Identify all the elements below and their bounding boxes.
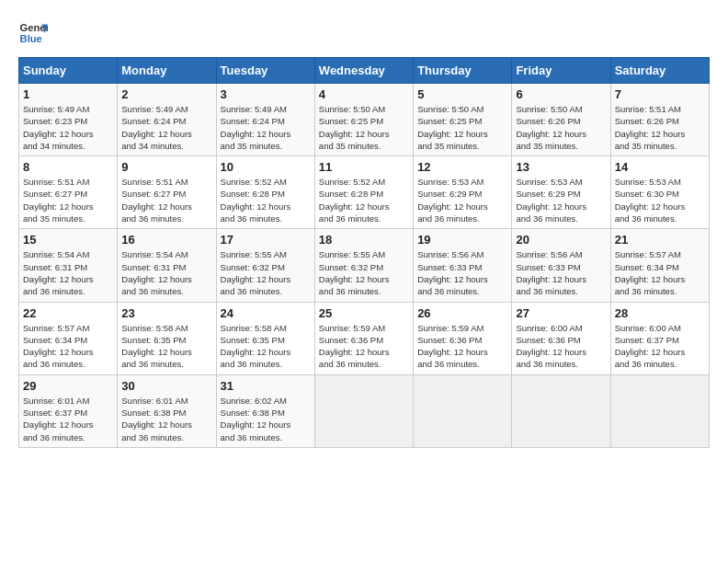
calendar-cell: 8Sunrise: 5:51 AM Sunset: 6:27 PM Daylig… [19, 156, 118, 229]
col-header-monday: Monday [118, 58, 216, 84]
day-number: 12 [417, 160, 507, 174]
day-number: 9 [121, 160, 211, 174]
calendar-cell: 3Sunrise: 5:49 AM Sunset: 6:24 PM Daylig… [216, 84, 314, 156]
day-number: 16 [121, 233, 211, 247]
calendar-cell: 6Sunrise: 5:50 AM Sunset: 6:26 PM Daylig… [512, 84, 610, 156]
calendar-cell: 1Sunrise: 5:49 AM Sunset: 6:23 PM Daylig… [19, 84, 118, 156]
col-header-thursday: Thursday [414, 58, 512, 84]
calendar-cell: 5Sunrise: 5:50 AM Sunset: 6:25 PM Daylig… [414, 84, 512, 156]
svg-text:Blue: Blue [20, 33, 42, 44]
day-info: Sunrise: 5:57 AM Sunset: 6:34 PM Dayligh… [615, 248, 705, 297]
calendar-cell: 23Sunrise: 5:58 AM Sunset: 6:35 PM Dayli… [118, 302, 216, 374]
day-info: Sunrise: 5:55 AM Sunset: 6:32 PM Dayligh… [319, 248, 409, 297]
col-header-friday: Friday [512, 58, 610, 84]
day-info: Sunrise: 6:01 AM Sunset: 6:37 PM Dayligh… [23, 395, 113, 443]
day-info: Sunrise: 6:00 AM Sunset: 6:36 PM Dayligh… [516, 322, 606, 371]
calendar-cell: 9Sunrise: 5:51 AM Sunset: 6:27 PM Daylig… [118, 156, 216, 229]
day-number: 30 [121, 379, 211, 393]
day-info: Sunrise: 5:52 AM Sunset: 6:28 PM Dayligh… [221, 176, 311, 224]
day-info: Sunrise: 5:54 AM Sunset: 6:31 PM Dayligh… [23, 248, 113, 297]
calendar-week-5: 29Sunrise: 6:01 AM Sunset: 6:37 PM Dayli… [19, 374, 710, 447]
day-number: 24 [221, 306, 311, 320]
day-number: 4 [319, 87, 409, 101]
calendar-cell: 25Sunrise: 5:59 AM Sunset: 6:36 PM Dayli… [314, 302, 413, 374]
day-info: Sunrise: 5:54 AM Sunset: 6:31 PM Dayligh… [121, 248, 211, 297]
day-info: Sunrise: 5:50 AM Sunset: 6:25 PM Dayligh… [417, 103, 507, 152]
day-number: 26 [417, 306, 507, 320]
calendar-cell [314, 374, 413, 447]
day-info: Sunrise: 5:58 AM Sunset: 6:35 PM Dayligh… [121, 322, 211, 371]
day-info: Sunrise: 5:59 AM Sunset: 6:36 PM Dayligh… [319, 322, 409, 371]
day-info: Sunrise: 5:53 AM Sunset: 6:29 PM Dayligh… [516, 176, 606, 224]
day-number: 19 [417, 233, 507, 247]
day-number: 23 [121, 306, 211, 320]
calendar-cell: 10Sunrise: 5:52 AM Sunset: 6:28 PM Dayli… [216, 156, 314, 229]
day-number: 31 [221, 379, 311, 393]
calendar-cell [414, 374, 512, 447]
day-number: 1 [23, 87, 113, 101]
day-number: 14 [615, 160, 705, 174]
day-number: 7 [615, 87, 705, 101]
day-info: Sunrise: 5:56 AM Sunset: 6:33 PM Dayligh… [417, 248, 507, 297]
calendar-week-4: 22Sunrise: 5:57 AM Sunset: 6:34 PM Dayli… [19, 302, 710, 374]
calendar-cell: 13Sunrise: 5:53 AM Sunset: 6:29 PM Dayli… [512, 156, 610, 229]
calendar-cell: 7Sunrise: 5:51 AM Sunset: 6:26 PM Daylig… [610, 84, 709, 156]
day-info: Sunrise: 6:01 AM Sunset: 6:38 PM Dayligh… [121, 395, 211, 443]
day-number: 6 [516, 87, 606, 101]
calendar-week-3: 15Sunrise: 5:54 AM Sunset: 6:31 PM Dayli… [19, 229, 710, 302]
header: General Blue [18, 18, 710, 48]
day-number: 15 [23, 233, 113, 247]
day-info: Sunrise: 5:55 AM Sunset: 6:32 PM Dayligh… [221, 248, 311, 297]
calendar-table: SundayMondayTuesdayWednesdayThursdayFrid… [18, 57, 710, 448]
day-number: 13 [516, 160, 606, 174]
day-number: 10 [221, 160, 311, 174]
calendar-week-1: 1Sunrise: 5:49 AM Sunset: 6:23 PM Daylig… [19, 84, 710, 156]
day-number: 28 [615, 306, 705, 320]
day-number: 21 [615, 233, 705, 247]
calendar-cell: 11Sunrise: 5:52 AM Sunset: 6:28 PM Dayli… [314, 156, 413, 229]
day-info: Sunrise: 5:58 AM Sunset: 6:35 PM Dayligh… [221, 322, 311, 371]
day-info: Sunrise: 5:56 AM Sunset: 6:33 PM Dayligh… [516, 248, 606, 297]
day-info: Sunrise: 5:57 AM Sunset: 6:34 PM Dayligh… [23, 322, 113, 371]
day-info: Sunrise: 5:50 AM Sunset: 6:25 PM Dayligh… [319, 103, 409, 152]
calendar-cell: 12Sunrise: 5:53 AM Sunset: 6:29 PM Dayli… [414, 156, 512, 229]
day-number: 27 [516, 306, 606, 320]
day-info: Sunrise: 5:53 AM Sunset: 6:29 PM Dayligh… [417, 176, 507, 224]
col-header-wednesday: Wednesday [314, 58, 413, 84]
day-info: Sunrise: 5:49 AM Sunset: 6:24 PM Dayligh… [121, 103, 211, 152]
calendar-cell: 4Sunrise: 5:50 AM Sunset: 6:25 PM Daylig… [314, 84, 413, 156]
calendar-cell [610, 374, 709, 447]
day-number: 18 [319, 233, 409, 247]
calendar-cell: 2Sunrise: 5:49 AM Sunset: 6:24 PM Daylig… [118, 84, 216, 156]
day-number: 8 [23, 160, 113, 174]
calendar-week-2: 8Sunrise: 5:51 AM Sunset: 6:27 PM Daylig… [19, 156, 710, 229]
calendar-cell: 15Sunrise: 5:54 AM Sunset: 6:31 PM Dayli… [19, 229, 118, 302]
day-number: 5 [417, 87, 507, 101]
day-info: Sunrise: 5:51 AM Sunset: 6:27 PM Dayligh… [23, 176, 113, 224]
calendar-cell: 20Sunrise: 5:56 AM Sunset: 6:33 PM Dayli… [512, 229, 610, 302]
calendar-cell: 28Sunrise: 6:00 AM Sunset: 6:37 PM Dayli… [610, 302, 709, 374]
calendar-cell: 26Sunrise: 5:59 AM Sunset: 6:36 PM Dayli… [414, 302, 512, 374]
calendar-cell: 19Sunrise: 5:56 AM Sunset: 6:33 PM Dayli… [414, 229, 512, 302]
day-number: 11 [319, 160, 409, 174]
day-info: Sunrise: 5:49 AM Sunset: 6:24 PM Dayligh… [221, 103, 311, 152]
calendar-cell: 14Sunrise: 5:53 AM Sunset: 6:30 PM Dayli… [610, 156, 709, 229]
day-number: 3 [221, 87, 311, 101]
calendar-cell: 16Sunrise: 5:54 AM Sunset: 6:31 PM Dayli… [118, 229, 216, 302]
calendar-cell: 30Sunrise: 6:01 AM Sunset: 6:38 PM Dayli… [118, 374, 216, 447]
calendar-cell: 17Sunrise: 5:55 AM Sunset: 6:32 PM Dayli… [216, 229, 314, 302]
day-number: 22 [23, 306, 113, 320]
header-row: SundayMondayTuesdayWednesdayThursdayFrid… [19, 58, 710, 84]
day-number: 20 [516, 233, 606, 247]
day-number: 25 [319, 306, 409, 320]
calendar-cell: 27Sunrise: 6:00 AM Sunset: 6:36 PM Dayli… [512, 302, 610, 374]
calendar-cell: 21Sunrise: 5:57 AM Sunset: 6:34 PM Dayli… [610, 229, 709, 302]
day-info: Sunrise: 6:02 AM Sunset: 6:38 PM Dayligh… [221, 395, 311, 443]
calendar-cell: 29Sunrise: 6:01 AM Sunset: 6:37 PM Dayli… [19, 374, 118, 447]
day-info: Sunrise: 5:59 AM Sunset: 6:36 PM Dayligh… [417, 322, 507, 371]
calendar-cell [512, 374, 610, 447]
day-info: Sunrise: 5:51 AM Sunset: 6:27 PM Dayligh… [121, 176, 211, 224]
day-info: Sunrise: 5:52 AM Sunset: 6:28 PM Dayligh… [319, 176, 409, 224]
day-info: Sunrise: 6:00 AM Sunset: 6:37 PM Dayligh… [615, 322, 705, 371]
day-info: Sunrise: 5:50 AM Sunset: 6:26 PM Dayligh… [516, 103, 606, 152]
